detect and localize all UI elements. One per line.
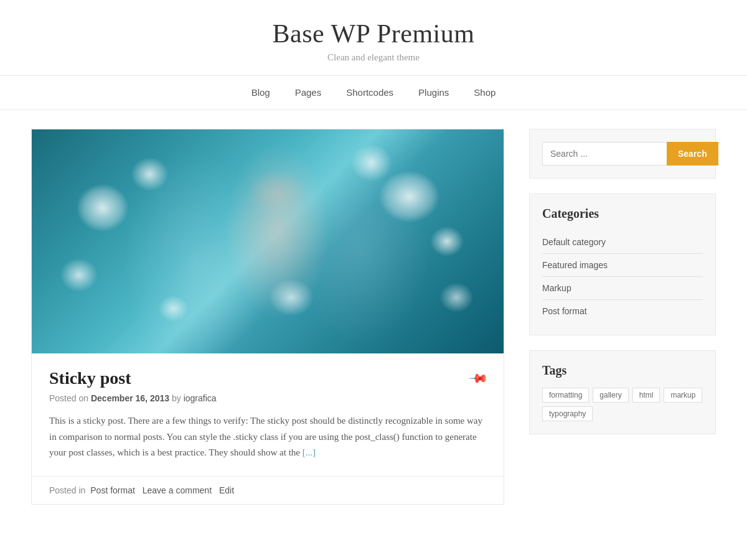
tag-typography[interactable]: typography <box>542 406 593 421</box>
post-author-link[interactable]: iografica <box>184 393 217 403</box>
tags-list: formatting gallery html markup typograph… <box>542 388 703 421</box>
category-link-default[interactable]: Default category <box>542 237 606 247</box>
post-footer: Posted in Post format Leave a comment Ed… <box>32 476 504 504</box>
main-content: Sticky post 📌 Posted on December 16, 201… <box>31 129 504 523</box>
category-item: Default category <box>542 231 703 254</box>
category-item: Post format <box>542 300 703 322</box>
category-link-featured[interactable]: Featured images <box>542 260 608 270</box>
category-link-postformat[interactable]: Post format <box>542 306 587 316</box>
post-title: Sticky post <box>49 368 131 388</box>
excerpt-text: This is a sticky post. There are a few t… <box>49 416 482 457</box>
read-more-link[interactable]: [...] <box>303 447 316 457</box>
category-link[interactable]: Post format <box>90 485 135 495</box>
post-title-row: Sticky post 📌 <box>49 368 486 393</box>
tags-widget: Tags formatting gallery html markup typo… <box>529 350 716 434</box>
page-wrapper: Sticky post 📌 Posted on December 16, 201… <box>19 110 728 542</box>
nav-shortcodes[interactable]: Shortcodes <box>346 87 393 98</box>
featured-image-bg <box>32 129 504 353</box>
pin-icon: 📌 <box>467 368 489 390</box>
post-meta: Posted on December 16, 2013 by iografica <box>49 393 486 403</box>
search-input[interactable] <box>542 142 667 166</box>
sidebar: Search Categories Default category Featu… <box>529 129 716 523</box>
leave-comment-link[interactable]: Leave a comment <box>143 485 212 495</box>
search-widget: Search <box>529 129 716 179</box>
edit-link[interactable]: Edit <box>219 485 234 495</box>
post-card: Sticky post 📌 Posted on December 16, 201… <box>31 129 504 505</box>
category-list: Default category Featured images Markup … <box>542 231 703 322</box>
nav-shop[interactable]: Shop <box>474 87 496 98</box>
categories-widget: Categories Default category Featured ima… <box>529 194 716 335</box>
tag-gallery[interactable]: gallery <box>593 388 628 403</box>
category-link-markup[interactable]: Markup <box>542 283 571 293</box>
meta-prefix: Posted on <box>49 393 88 403</box>
posted-in-label: Posted in <box>49 485 85 495</box>
tag-html[interactable]: html <box>632 388 660 403</box>
flowers-overlay <box>32 129 504 353</box>
site-header: Base WP Premium Clean and elegant theme <box>0 0 747 76</box>
site-nav: Blog Pages Shortcodes Plugins Shop <box>0 76 747 110</box>
nav-pages[interactable]: Pages <box>295 87 322 98</box>
tag-markup[interactable]: markup <box>664 388 702 403</box>
post-excerpt: This is a sticky post. There are a few t… <box>49 413 486 461</box>
site-tagline: Clean and elegant theme <box>12 52 735 63</box>
category-item: Featured images <box>542 254 703 277</box>
category-item: Markup <box>542 277 703 300</box>
author-prefix: by <box>172 393 181 403</box>
categories-title: Categories <box>542 207 703 221</box>
nav-blog[interactable]: Blog <box>251 87 270 98</box>
tag-formatting[interactable]: formatting <box>542 388 589 403</box>
post-date-link[interactable]: December 16, 2013 <box>91 393 169 403</box>
nav-plugins[interactable]: Plugins <box>418 87 449 98</box>
site-title: Base WP Premium <box>12 19 735 49</box>
search-button[interactable]: Search <box>667 142 718 166</box>
post-featured-image <box>32 129 504 353</box>
post-body: Sticky post 📌 Posted on December 16, 201… <box>32 353 504 476</box>
tags-title: Tags <box>542 363 703 378</box>
